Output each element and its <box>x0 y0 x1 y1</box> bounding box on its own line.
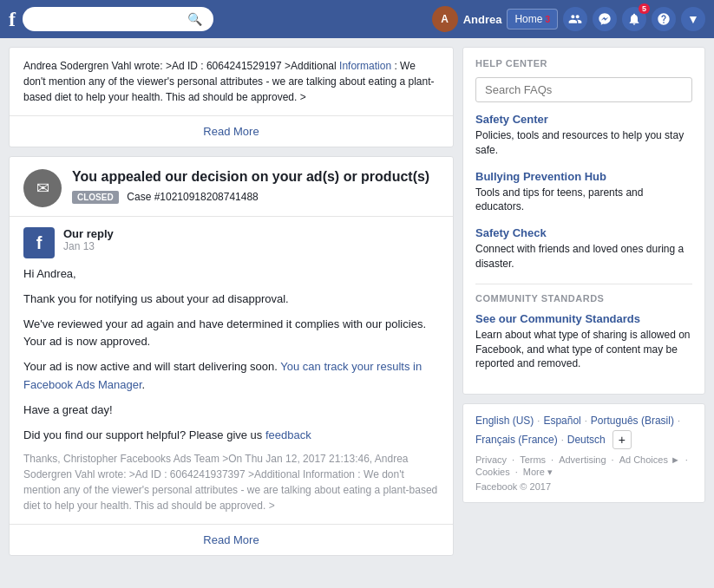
information-link[interactable]: Information <box>339 60 391 72</box>
safety-check-desc: Connect with friends and loved ones duri… <box>475 242 692 271</box>
safety-center-link[interactable]: Safety Center <box>475 113 692 126</box>
page-wrapper: Andrea Sodergren Vahl wrote: >Ad ID : 60… <box>0 38 714 573</box>
language-more-button[interactable]: + <box>612 430 632 449</box>
reply-paragraph3: Your ad is now active and will start del… <box>23 358 439 395</box>
feedback-link[interactable]: feedback <box>265 428 311 441</box>
community-standards-desc: Learn about what type of sharing is allo… <box>475 328 692 371</box>
facebook-reply-icon: f <box>23 227 55 258</box>
messenger-icon-button[interactable] <box>593 7 617 31</box>
appeal-info: You appealed our decision on your ad(s) … <box>72 169 429 203</box>
reply-date: Jan 13 <box>63 240 114 252</box>
quoted-text-content: Andrea Sodergren Vahl wrote: >Ad ID : 60… <box>23 58 439 105</box>
reply-paragraph1: Thank you for notifying us about your ad… <box>23 291 439 309</box>
reply-header: f Our reply Jan 13 <box>23 227 439 258</box>
appeal-title: You appealed our decision on your ad(s) … <box>72 169 429 185</box>
language-row: English (US) · Español · Português (Bras… <box>475 415 692 449</box>
search-input[interactable] <box>31 13 187 26</box>
community-standards-link[interactable]: See our Community Standards <box>475 312 692 325</box>
lang-english[interactable]: English (US) <box>475 415 534 427</box>
safety-center-desc: Policies, tools and resources to help yo… <box>475 128 692 158</box>
help-icon-button[interactable] <box>652 7 676 31</box>
closed-status-badge: CLOSED <box>72 191 119 204</box>
notifications-icon-button[interactable]: 5 <box>622 7 646 31</box>
notifications-badge: 5 <box>639 3 650 14</box>
faq-search-input[interactable] <box>475 77 692 102</box>
nav-username: Andrea <box>463 13 502 26</box>
help-center-title: HELP CENTER <box>475 58 692 69</box>
more-link[interactable]: More ▾ <box>523 467 553 478</box>
reply-feedback-text: Did you find our support helpful? Please… <box>23 428 265 441</box>
reply-read-more-button[interactable]: Read More <box>10 524 453 555</box>
appeal-status-row: CLOSED Case #10210918208741488 <box>72 190 429 203</box>
bullying-desc: Tools and tips for teens, parents and ed… <box>475 186 692 215</box>
ad-choices-link[interactable]: Ad Choices ► <box>619 454 680 465</box>
reply-quoted-content: Thanks, Christopher Facebooks Ads Team >… <box>23 453 437 512</box>
case-number: Case #10210918208741488 <box>127 191 258 203</box>
sidebar: HELP CENTER Safety Center Policies, tool… <box>462 47 705 565</box>
bullying-group: Bullying Prevention Hub Tools and tips f… <box>475 170 692 215</box>
reply-paragraph3-text: Your ad is now active and will start del… <box>23 360 280 373</box>
main-column: Andrea Sodergren Vahl wrote: >Ad ID : 60… <box>9 47 454 565</box>
terms-link[interactable]: Terms <box>520 454 546 465</box>
nav-search-bar[interactable]: 🔍 <box>23 7 213 31</box>
copyright-text: Facebook © 2017 <box>475 481 692 492</box>
email-icon: ✉ <box>23 169 62 207</box>
reply-paragraph2: We've reviewed your ad again and have de… <box>23 316 439 352</box>
safety-center-group: Safety Center Policies, tools and resour… <box>475 113 692 158</box>
read-more-button[interactable]: Read More <box>10 115 453 147</box>
reply-section: f Our reply Jan 13 Hi Andrea, Thank you … <box>10 217 453 524</box>
safety-check-link[interactable]: Safety Check <box>475 226 692 239</box>
privacy-link[interactable]: Privacy <box>475 454 507 465</box>
footer-links: Privacy · Terms · Advertising · Ad Choic… <box>475 454 692 478</box>
home-button[interactable]: Home 3 <box>507 9 558 29</box>
advertising-link[interactable]: Advertising <box>559 454 606 465</box>
community-standards-group: See our Community Standards Learn about … <box>475 312 692 371</box>
reply-feedback-row: Did you find our support helpful? Please… <box>23 427 439 445</box>
reply-paragraph2-text: We've reviewed your ad again and have de… <box>23 317 426 349</box>
lang-deutsch[interactable]: Deutsch <box>567 434 606 446</box>
facebook-logo: f <box>9 8 16 31</box>
help-center-card: HELP CENTER Safety Center Policies, tool… <box>462 47 705 395</box>
reply-greeting: Hi Andrea, <box>23 265 439 284</box>
bullying-prevention-link[interactable]: Bullying Prevention Hub <box>475 170 692 183</box>
reply-paragraph4: Have a great day! <box>23 402 439 420</box>
sidebar-divider <box>475 284 692 284</box>
nav-right-actions: A Andrea Home 3 5 ▼ <box>432 6 705 32</box>
cookies-link[interactable]: Cookies <box>475 467 510 478</box>
quoted-text-card: Andrea Sodergren Vahl wrote: >Ad ID : 60… <box>9 47 454 147</box>
appeal-card: ✉ You appealed our decision on your ad(s… <box>9 156 454 556</box>
friends-icon-button[interactable] <box>563 7 587 31</box>
avatar[interactable]: A <box>432 6 458 32</box>
safety-check-group: Safety Check Connect with friends and lo… <box>475 226 692 271</box>
search-icon: 🔍 <box>187 12 202 26</box>
home-count-badge: 3 <box>545 15 550 24</box>
lang-portuguese[interactable]: Português (Brasil) <box>591 415 674 427</box>
appeal-header: ✉ You appealed our decision on your ad(s… <box>10 157 453 217</box>
reply-sender-info: Our reply Jan 13 <box>63 227 114 252</box>
reply-sender-name: Our reply <box>63 227 114 240</box>
quoted-author-prefix: Andrea Sodergren Vahl wrote: >Ad ID : 60… <box>23 60 339 72</box>
footer-card: English (US) · Español · Português (Bras… <box>462 403 705 503</box>
lang-french[interactable]: Français (France) <box>475 434 558 446</box>
lang-espanol[interactable]: Español <box>543 415 580 427</box>
top-navigation: f 🔍 A Andrea Home 3 5 ▼ <box>0 0 714 38</box>
reply-quoted-text: Thanks, Christopher Facebooks Ads Team >… <box>23 451 439 513</box>
reply-body: Hi Andrea, Thank you for notifying us ab… <box>23 265 439 513</box>
community-standards-title: COMMUNITY STANDARDS <box>475 293 692 304</box>
dropdown-arrow-button[interactable]: ▼ <box>681 7 705 31</box>
